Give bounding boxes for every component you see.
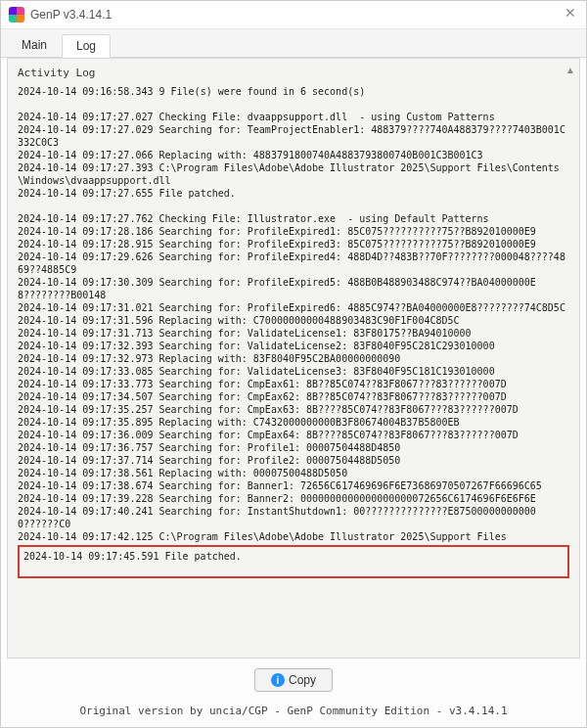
app-icon (9, 7, 24, 23)
tab-main[interactable]: Main (7, 33, 62, 57)
log-line: 2024-10-14 09:17:30.309 Searching for: P… (18, 276, 569, 301)
log-line: 2024-10-14 09:17:40.241 Searching for: I… (18, 505, 569, 530)
log-line: 2024-10-14 09:17:37.714 Searching for: P… (18, 454, 569, 467)
footer-text: Original version by uncia/CGP - GenP Com… (1, 705, 586, 717)
log-line: 2024-10-14 09:17:36.009 Searching for: C… (18, 429, 569, 441)
log-line: 2024-10-14 09:17:32.973 Replacing with: … (18, 352, 569, 365)
log-line: 2024-10-14 09:17:27.029 Searching for: T… (18, 123, 569, 149)
log-line: 2024-10-14 09:17:34.507 Searching for: C… (18, 390, 569, 403)
titlebar: GenP v3.4.14.1 ✕ (1, 1, 586, 29)
log-line: 2024-10-14 09:17:33.085 Searching for: V… (18, 365, 569, 378)
log-line: 2024-10-14 09:17:31.596 Replacing with: … (18, 314, 569, 327)
log-line: 2024-10-14 09:17:27.655 File patched. (18, 187, 569, 200)
log-pane: ▲ Activity Log 2024-10-14 09:16:58.343 9… (7, 58, 580, 659)
copy-button-label: Copy (289, 673, 316, 687)
log-line-highlighted: 2024-10-14 09:17:45.591 File patched. (23, 550, 564, 563)
tab-bar: Main Log (1, 29, 586, 58)
log-line: 2024-10-14 09:17:27.762 Checking File: I… (18, 212, 569, 225)
log-line: 2024-10-14 09:17:32.393 Searching for: V… (18, 340, 569, 352)
log-line: 2024-10-14 09:16:58.343 9 File(s) were f… (18, 85, 569, 98)
log-line: 2024-10-14 09:17:36.757 Searching for: P… (18, 441, 569, 454)
log-line: 2024-10-14 09:17:31.713 Searching for: V… (18, 327, 569, 340)
log-line: 2024-10-14 09:17:35.257 Searching for: C… (18, 403, 569, 416)
log-line: 2024-10-14 09:17:27.027 Checking File: d… (18, 111, 569, 123)
log-line: 2024-10-14 09:17:39.228 Searching for: B… (18, 492, 569, 505)
log-line: 2024-10-14 09:17:38.674 Searching for: B… (18, 479, 569, 492)
copy-button[interactable]: i Copy (254, 668, 333, 692)
log-line: 2024-10-14 09:17:35.895 Replacing with: … (18, 416, 569, 429)
log-line: 2024-10-14 09:17:27.393 C:\Program Files… (18, 161, 569, 187)
window-title: GenP v3.4.14.1 (30, 8, 112, 22)
log-line: 2024-10-14 09:17:31.021 Searching for: P… (18, 301, 569, 314)
highlight-box: 2024-10-14 09:17:45.591 File patched. (18, 545, 569, 578)
tab-log[interactable]: Log (62, 34, 111, 58)
log-line (18, 200, 569, 212)
log-line: 2024-10-14 09:17:38.561 Replacing with: … (18, 467, 569, 479)
log-line: 2024-10-14 09:17:33.773 Searching for: C… (18, 378, 569, 390)
log-line (18, 98, 569, 111)
log-line: 2024-10-14 09:17:27.066 Replacing with: … (18, 149, 569, 161)
log-line: 2024-10-14 09:17:28.915 Searching for: P… (18, 238, 569, 250)
scroll-up-icon[interactable]: ▲ (565, 65, 575, 75)
close-icon[interactable]: ✕ (564, 5, 576, 21)
info-icon: i (271, 673, 285, 687)
log-line: 2024-10-14 09:17:28.186 Searching for: P… (18, 225, 569, 238)
log-line: 2024-10-14 09:17:42.125 C:\Program Files… (18, 530, 569, 543)
log-heading: Activity Log (18, 67, 569, 79)
log-text[interactable]: 2024-10-14 09:16:58.343 9 File(s) were f… (18, 85, 569, 543)
highlight-text: 2024-10-14 09:17:45.591 File patched. (23, 550, 564, 563)
log-line: 2024-10-14 09:17:29.626 Searching for: P… (18, 250, 569, 276)
